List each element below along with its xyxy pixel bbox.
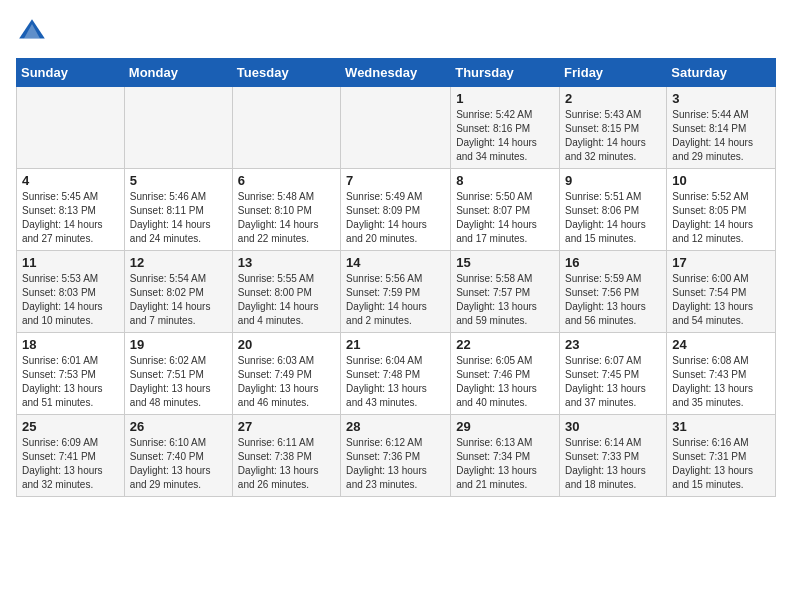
day-info: Sunrise: 5:51 AM Sunset: 8:06 PM Dayligh…: [565, 190, 661, 246]
day-info: Sunrise: 5:59 AM Sunset: 7:56 PM Dayligh…: [565, 272, 661, 328]
day-number: 11: [22, 255, 119, 270]
day-number: 24: [672, 337, 770, 352]
calendar-cell: 7Sunrise: 5:49 AM Sunset: 8:09 PM Daylig…: [341, 169, 451, 251]
day-number: 4: [22, 173, 119, 188]
day-info: Sunrise: 6:13 AM Sunset: 7:34 PM Dayligh…: [456, 436, 554, 492]
day-number: 26: [130, 419, 227, 434]
day-info: Sunrise: 5:50 AM Sunset: 8:07 PM Dayligh…: [456, 190, 554, 246]
day-number: 17: [672, 255, 770, 270]
day-number: 8: [456, 173, 554, 188]
day-number: 9: [565, 173, 661, 188]
calendar-cell: 12Sunrise: 5:54 AM Sunset: 8:02 PM Dayli…: [124, 251, 232, 333]
calendar-cell: 11Sunrise: 5:53 AM Sunset: 8:03 PM Dayli…: [17, 251, 125, 333]
day-info: Sunrise: 5:46 AM Sunset: 8:11 PM Dayligh…: [130, 190, 227, 246]
day-info: Sunrise: 5:43 AM Sunset: 8:15 PM Dayligh…: [565, 108, 661, 164]
calendar-week-row: 18Sunrise: 6:01 AM Sunset: 7:53 PM Dayli…: [17, 333, 776, 415]
day-of-week-header: Sunday: [17, 59, 125, 87]
calendar-cell: 6Sunrise: 5:48 AM Sunset: 8:10 PM Daylig…: [232, 169, 340, 251]
day-info: Sunrise: 6:02 AM Sunset: 7:51 PM Dayligh…: [130, 354, 227, 410]
day-number: 27: [238, 419, 335, 434]
calendar-cell: 10Sunrise: 5:52 AM Sunset: 8:05 PM Dayli…: [667, 169, 776, 251]
day-number: 29: [456, 419, 554, 434]
day-info: Sunrise: 6:07 AM Sunset: 7:45 PM Dayligh…: [565, 354, 661, 410]
day-info: Sunrise: 5:52 AM Sunset: 8:05 PM Dayligh…: [672, 190, 770, 246]
day-info: Sunrise: 5:48 AM Sunset: 8:10 PM Dayligh…: [238, 190, 335, 246]
day-number: 10: [672, 173, 770, 188]
calendar-cell: 27Sunrise: 6:11 AM Sunset: 7:38 PM Dayli…: [232, 415, 340, 497]
day-info: Sunrise: 6:10 AM Sunset: 7:40 PM Dayligh…: [130, 436, 227, 492]
day-info: Sunrise: 5:44 AM Sunset: 8:14 PM Dayligh…: [672, 108, 770, 164]
day-number: 1: [456, 91, 554, 106]
calendar-cell: 21Sunrise: 6:04 AM Sunset: 7:48 PM Dayli…: [341, 333, 451, 415]
calendar-cell: 5Sunrise: 5:46 AM Sunset: 8:11 PM Daylig…: [124, 169, 232, 251]
calendar-cell: 23Sunrise: 6:07 AM Sunset: 7:45 PM Dayli…: [560, 333, 667, 415]
day-info: Sunrise: 5:45 AM Sunset: 8:13 PM Dayligh…: [22, 190, 119, 246]
day-number: 18: [22, 337, 119, 352]
calendar-cell: 4Sunrise: 5:45 AM Sunset: 8:13 PM Daylig…: [17, 169, 125, 251]
calendar-cell: 25Sunrise: 6:09 AM Sunset: 7:41 PM Dayli…: [17, 415, 125, 497]
day-info: Sunrise: 6:01 AM Sunset: 7:53 PM Dayligh…: [22, 354, 119, 410]
day-number: 13: [238, 255, 335, 270]
calendar-cell: 3Sunrise: 5:44 AM Sunset: 8:14 PM Daylig…: [667, 87, 776, 169]
calendar-header: SundayMondayTuesdayWednesdayThursdayFrid…: [17, 59, 776, 87]
day-number: 14: [346, 255, 445, 270]
calendar-cell: 30Sunrise: 6:14 AM Sunset: 7:33 PM Dayli…: [560, 415, 667, 497]
day-number: 25: [22, 419, 119, 434]
day-info: Sunrise: 6:04 AM Sunset: 7:48 PM Dayligh…: [346, 354, 445, 410]
day-number: 3: [672, 91, 770, 106]
calendar-cell: 19Sunrise: 6:02 AM Sunset: 7:51 PM Dayli…: [124, 333, 232, 415]
calendar-week-row: 11Sunrise: 5:53 AM Sunset: 8:03 PM Dayli…: [17, 251, 776, 333]
day-info: Sunrise: 6:05 AM Sunset: 7:46 PM Dayligh…: [456, 354, 554, 410]
calendar-cell: [341, 87, 451, 169]
day-of-week-header: Thursday: [451, 59, 560, 87]
calendar-cell: [17, 87, 125, 169]
page-header: [16, 16, 776, 48]
calendar-cell: 15Sunrise: 5:58 AM Sunset: 7:57 PM Dayli…: [451, 251, 560, 333]
day-number: 31: [672, 419, 770, 434]
calendar-cell: [232, 87, 340, 169]
calendar-cell: 18Sunrise: 6:01 AM Sunset: 7:53 PM Dayli…: [17, 333, 125, 415]
day-info: Sunrise: 6:08 AM Sunset: 7:43 PM Dayligh…: [672, 354, 770, 410]
day-of-week-header: Tuesday: [232, 59, 340, 87]
day-of-week-header: Wednesday: [341, 59, 451, 87]
calendar-table: SundayMondayTuesdayWednesdayThursdayFrid…: [16, 58, 776, 497]
calendar-cell: 22Sunrise: 6:05 AM Sunset: 7:46 PM Dayli…: [451, 333, 560, 415]
calendar-week-row: 4Sunrise: 5:45 AM Sunset: 8:13 PM Daylig…: [17, 169, 776, 251]
logo: [16, 16, 52, 48]
day-number: 6: [238, 173, 335, 188]
calendar-cell: 2Sunrise: 5:43 AM Sunset: 8:15 PM Daylig…: [560, 87, 667, 169]
day-number: 20: [238, 337, 335, 352]
calendar-cell: 17Sunrise: 6:00 AM Sunset: 7:54 PM Dayli…: [667, 251, 776, 333]
calendar-cell: 1Sunrise: 5:42 AM Sunset: 8:16 PM Daylig…: [451, 87, 560, 169]
calendar-cell: 14Sunrise: 5:56 AM Sunset: 7:59 PM Dayli…: [341, 251, 451, 333]
calendar-body: 1Sunrise: 5:42 AM Sunset: 8:16 PM Daylig…: [17, 87, 776, 497]
day-number: 2: [565, 91, 661, 106]
day-number: 19: [130, 337, 227, 352]
day-info: Sunrise: 6:09 AM Sunset: 7:41 PM Dayligh…: [22, 436, 119, 492]
logo-icon: [16, 16, 48, 48]
calendar-week-row: 25Sunrise: 6:09 AM Sunset: 7:41 PM Dayli…: [17, 415, 776, 497]
calendar-cell: 31Sunrise: 6:16 AM Sunset: 7:31 PM Dayli…: [667, 415, 776, 497]
day-number: 15: [456, 255, 554, 270]
day-info: Sunrise: 5:42 AM Sunset: 8:16 PM Dayligh…: [456, 108, 554, 164]
calendar-cell: [124, 87, 232, 169]
day-info: Sunrise: 5:53 AM Sunset: 8:03 PM Dayligh…: [22, 272, 119, 328]
day-info: Sunrise: 6:03 AM Sunset: 7:49 PM Dayligh…: [238, 354, 335, 410]
day-info: Sunrise: 5:56 AM Sunset: 7:59 PM Dayligh…: [346, 272, 445, 328]
day-number: 7: [346, 173, 445, 188]
day-info: Sunrise: 5:55 AM Sunset: 8:00 PM Dayligh…: [238, 272, 335, 328]
day-info: Sunrise: 6:16 AM Sunset: 7:31 PM Dayligh…: [672, 436, 770, 492]
day-info: Sunrise: 5:54 AM Sunset: 8:02 PM Dayligh…: [130, 272, 227, 328]
day-number: 28: [346, 419, 445, 434]
calendar-cell: 8Sunrise: 5:50 AM Sunset: 8:07 PM Daylig…: [451, 169, 560, 251]
day-of-week-header: Saturday: [667, 59, 776, 87]
day-of-week-header: Monday: [124, 59, 232, 87]
day-number: 23: [565, 337, 661, 352]
calendar-cell: 13Sunrise: 5:55 AM Sunset: 8:00 PM Dayli…: [232, 251, 340, 333]
day-info: Sunrise: 6:00 AM Sunset: 7:54 PM Dayligh…: [672, 272, 770, 328]
calendar-week-row: 1Sunrise: 5:42 AM Sunset: 8:16 PM Daylig…: [17, 87, 776, 169]
calendar-cell: 24Sunrise: 6:08 AM Sunset: 7:43 PM Dayli…: [667, 333, 776, 415]
days-of-week-row: SundayMondayTuesdayWednesdayThursdayFrid…: [17, 59, 776, 87]
day-info: Sunrise: 6:14 AM Sunset: 7:33 PM Dayligh…: [565, 436, 661, 492]
day-number: 21: [346, 337, 445, 352]
